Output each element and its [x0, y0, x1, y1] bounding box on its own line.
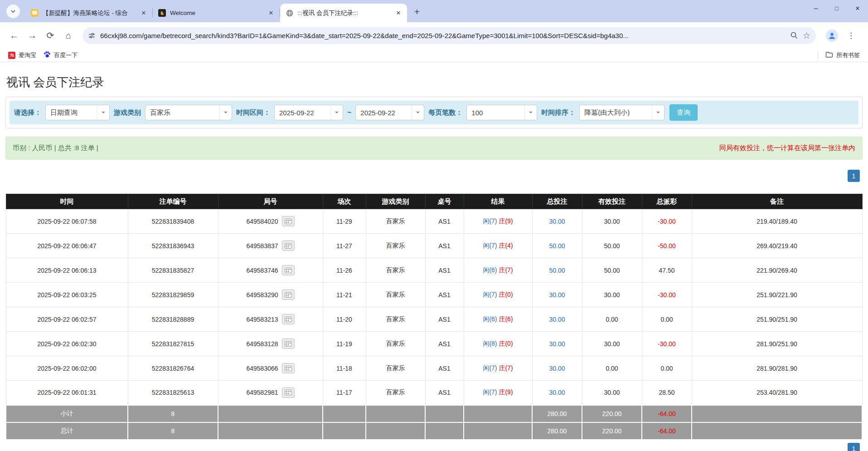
page-1-button[interactable]: 1 — [848, 443, 860, 451]
chevron-down-icon — [10, 9, 16, 14]
summary-bar: 币别 : 人民币 | 总共 :8 注单 | 同局有效投注，统一计算在该局第一张注… — [5, 137, 863, 160]
payout-cell: 0.00 — [642, 307, 692, 332]
horse-favicon-icon: ♞ — [158, 9, 166, 17]
payout-cell: 47.50 — [642, 258, 692, 283]
total-bet-cell[interactable]: 30.00 — [532, 381, 582, 405]
chevron-down-icon — [97, 105, 109, 120]
query-type-select[interactable]: 日期查询 — [45, 105, 110, 120]
total-bet-cell[interactable]: 50.00 — [532, 258, 582, 283]
baidu-paw-icon — [44, 51, 51, 59]
globe-favicon-icon — [286, 9, 293, 17]
session-cell: 11-19 — [323, 332, 366, 356]
valid-bet-cell: 30.00 — [582, 209, 642, 234]
all-bookmarks-label: 所有书签 — [836, 51, 860, 59]
total-bet-cell[interactable]: 50.00 — [532, 234, 582, 258]
payout-cell: 28.50 — [642, 381, 692, 405]
profile-avatar[interactable] — [826, 29, 838, 42]
bookmark-baidu[interactable]: 百度一下 — [40, 49, 81, 61]
footer-empty-cell — [366, 405, 425, 422]
footer-empty-cell — [366, 422, 425, 440]
browser-menu-icon[interactable]: ⋮ — [847, 31, 855, 40]
page-1-button[interactable]: 1 — [848, 170, 860, 182]
valid-bet-cell: 30.00 — [582, 283, 642, 307]
bet-record-row: 2025-09-22 06:02:00522831826764649583066… — [6, 356, 862, 381]
bookmark-label: 爱淘宝 — [19, 51, 36, 59]
date-start-select[interactable]: 2025-09-22 — [274, 105, 343, 120]
per-page-select[interactable]: 100 — [466, 105, 537, 120]
note-cell: 281.90/251.90 — [692, 332, 862, 356]
tab-strip: 【新提醒】海燕策略论坛 - 综合 ✕ ♞ Welcome ✕ :::视讯 会员下… — [0, 0, 868, 22]
road-map-icon[interactable] — [282, 265, 295, 275]
total-bet-cell[interactable]: 30.00 — [532, 283, 582, 307]
new-tab-button[interactable]: + — [411, 5, 423, 18]
url-text[interactable]: 66cxkj98.com/game/betrecord_search/kind3… — [100, 32, 786, 39]
sort-select[interactable]: 降冪(由大到小) — [579, 105, 664, 120]
road-map-icon[interactable] — [282, 387, 295, 398]
session-cell: 11-21 — [323, 283, 366, 307]
payout-cell: -30.00 — [642, 332, 692, 356]
session-cell: 11-26 — [323, 258, 366, 283]
bookmark-taobao[interactable]: 淘 爱淘宝 — [5, 50, 40, 61]
note-cell: 221.90/269.40 — [692, 258, 862, 283]
site-info-icon[interactable] — [88, 32, 96, 39]
chevron-down-icon — [330, 105, 343, 120]
round-number-cell: 649582981 — [218, 381, 323, 405]
road-map-icon[interactable] — [282, 216, 295, 226]
bookmark-star-icon[interactable]: ☆ — [803, 30, 810, 41]
footer-empty-cell — [323, 405, 366, 422]
total-bet-cell[interactable]: 30.00 — [532, 332, 582, 356]
home-button[interactable]: ⌂ — [61, 28, 76, 43]
pagination-top: 1 — [5, 170, 863, 182]
bet-id-cell: 522831826764 — [128, 356, 218, 381]
total-bet-cell[interactable]: 30.00 — [532, 209, 582, 234]
footer-empty-cell — [464, 405, 532, 422]
zoom-icon[interactable] — [790, 31, 798, 39]
payout-cell: 0.00 — [642, 356, 692, 381]
total-bet-cell[interactable]: 30.00 — [532, 307, 582, 332]
session-cell: 11-17 — [323, 381, 366, 405]
table-header-row: 时间注单编号局号场次游戏类别桌号结果总投注有效投注总派彩备注 — [6, 194, 862, 209]
all-bookmarks-button[interactable]: 所有书签 — [822, 50, 863, 61]
page-title: 视讯 会员下注纪录 — [6, 74, 863, 90]
close-button[interactable]: ✕ — [847, 0, 868, 16]
footer-empty-cell — [425, 405, 464, 422]
round-number-cell: 649583746 — [218, 258, 323, 283]
bet-time-cell: 2025-09-22 06:02:30 — [6, 332, 128, 356]
road-map-icon[interactable] — [282, 314, 295, 324]
tab-close-icon[interactable]: ✕ — [394, 9, 402, 17]
bet-time-cell: 2025-09-22 06:01:31 — [6, 381, 128, 405]
forward-button[interactable]: → — [24, 28, 40, 43]
game-category-cell: 百家乐 — [366, 209, 425, 234]
bet-time-cell: 2025-09-22 06:02:00 — [6, 356, 128, 381]
tab-forum[interactable]: 【新提醒】海燕策略论坛 - 综合 ✕ — [25, 4, 152, 22]
game-category-select[interactable]: 百家乐 — [145, 105, 232, 120]
total-bet-cell[interactable]: 30.00 — [532, 356, 582, 381]
tab-close-icon[interactable]: ✕ — [140, 9, 148, 17]
bet-record-row: 2025-09-22 06:02:30522831827815649583128… — [6, 332, 862, 356]
minimize-button[interactable]: ─ — [805, 0, 826, 16]
footer-empty-cell — [692, 422, 862, 440]
road-map-icon[interactable] — [282, 289, 295, 300]
taobao-icon: 淘 — [8, 52, 15, 59]
tab-close-icon[interactable]: ✕ — [267, 9, 275, 17]
round-number-cell: 649584020 — [218, 209, 323, 234]
back-button[interactable]: ← — [6, 28, 22, 43]
game-category-cell: 百家乐 — [366, 283, 425, 307]
reload-button[interactable]: ⟳ — [43, 28, 58, 43]
address-bar[interactable]: 66cxkj98.com/game/betrecord_search/kind3… — [82, 27, 816, 44]
session-cell: 11-29 — [323, 209, 366, 234]
date-end-select[interactable]: 2025-09-22 — [355, 105, 424, 120]
road-map-icon[interactable] — [282, 338, 295, 349]
note-cell: 281.90/281.90 — [692, 356, 862, 381]
tab-welcome[interactable]: ♞ Welcome ✕ — [153, 4, 280, 22]
tab-betrecord-active[interactable]: :::视讯 会员下注纪录::: ✕ — [280, 4, 407, 22]
road-map-icon[interactable] — [282, 363, 295, 373]
road-map-icon[interactable] — [282, 240, 295, 251]
pagination-bottom: 1 — [5, 443, 863, 451]
bookmark-label: 百度一下 — [54, 51, 78, 59]
game-category-cell: 百家乐 — [366, 332, 425, 356]
search-button[interactable]: 查询 — [669, 104, 698, 121]
maximize-button[interactable]: □ — [826, 0, 847, 16]
column-header: 结果 — [464, 194, 532, 209]
tab-search-button[interactable] — [6, 5, 20, 18]
